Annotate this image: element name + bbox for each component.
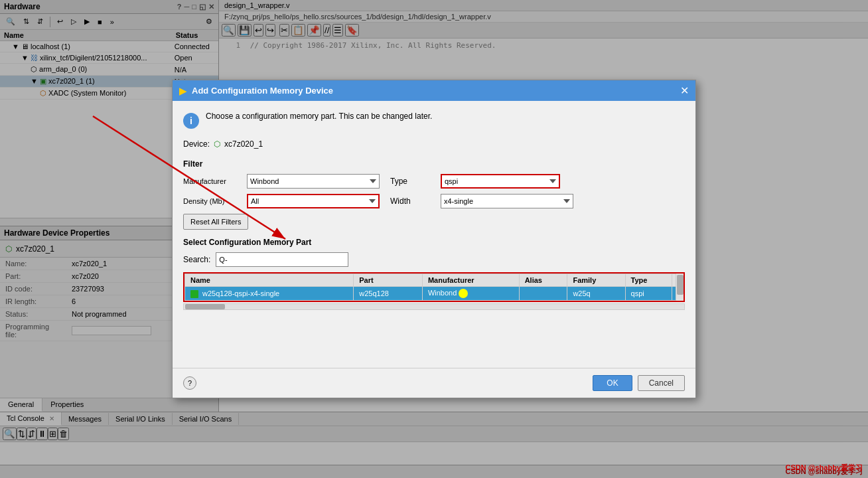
vscrollbar[interactable]: [676, 274, 684, 301]
filter-row2: Density (Mb) All Width x4-single: [183, 194, 685, 208]
search-input[interactable]: [216, 252, 348, 267]
modal-title-text: Add Configuration Memory Device: [192, 86, 333, 96]
col-type-header: Type: [625, 274, 672, 287]
result-type: qspi: [625, 287, 672, 301]
results-header-row: Name Part Manufacturer Alias Family Type: [185, 274, 684, 287]
ok-button[interactable]: OK: [593, 375, 632, 391]
modal-device: Device: ⬡ xc7z020_1: [183, 139, 685, 149]
filter-title: Filter: [183, 159, 685, 169]
modal-close-button[interactable]: ✕: [680, 84, 689, 97]
vscroll-thumb[interactable]: [677, 275, 684, 295]
col-family-header: Family: [567, 274, 625, 287]
device-icon: ⬡: [214, 139, 220, 149]
modal-overlay: ▶ Add Configuration Memory Device ✕ i Ch…: [0, 0, 868, 478]
col-part-header: Part: [354, 274, 423, 287]
col-mfr-header: Manufacturer: [422, 274, 519, 287]
col-alias-header: Alias: [519, 274, 567, 287]
reset-row: Reset All Filters: [183, 214, 685, 230]
cursor-indicator: [459, 289, 468, 298]
hscroll-thumb[interactable]: [185, 304, 225, 309]
result-family: w25q: [567, 287, 625, 301]
cancel-button[interactable]: Cancel: [638, 375, 685, 391]
info-icon: i: [183, 113, 199, 129]
filter-row1: Manufacturer Winbond Type qspi: [183, 174, 685, 189]
select-section: Select Configuration Memory Part Search:…: [183, 238, 685, 310]
modal-vivado-icon: ▶: [179, 86, 186, 96]
select-title: Select Configuration Memory Part: [183, 238, 685, 247]
manufacturer-label: Manufacturer: [183, 177, 236, 185]
search-row: Search:: [183, 252, 685, 267]
modal-info-text: Choose a configuration memory part. This…: [206, 112, 432, 121]
type-select[interactable]: qspi: [441, 174, 560, 189]
result-mfr: Winbond: [422, 287, 519, 301]
modal-footer: ? OK Cancel: [173, 368, 695, 398]
modal-footer-right: OK Cancel: [593, 375, 685, 391]
modal-info: i Choose a configuration memory part. Th…: [183, 112, 685, 129]
search-label: Search:: [183, 255, 210, 264]
modal-titlebar: ▶ Add Configuration Memory Device ✕: [173, 80, 695, 101]
density-select[interactable]: All: [247, 194, 380, 208]
result-alias: [519, 287, 567, 301]
type-label: Type: [390, 177, 430, 186]
density-label: Density (Mb): [183, 197, 236, 205]
hscrollbar[interactable]: [183, 303, 685, 310]
results-wrapper: Name Part Manufacturer Alias Family Type: [183, 272, 685, 302]
filter-section: Filter Manufacturer Winbond Type qspi De…: [183, 159, 685, 230]
col-name-header: Name: [185, 274, 354, 287]
device-value: xc7z020_1: [224, 139, 263, 149]
result-row-icon: [190, 290, 198, 298]
width-label: Width: [390, 197, 430, 206]
width-select[interactable]: x4-single: [441, 194, 573, 208]
manufacturer-select[interactable]: Winbond: [247, 174, 380, 189]
modal-title-left: ▶ Add Configuration Memory Device: [179, 86, 333, 96]
reset-all-filters-button[interactable]: Reset All Filters: [183, 214, 248, 230]
add-config-memory-dialog: ▶ Add Configuration Memory Device ✕ i Ch…: [172, 80, 696, 398]
result-row-selected[interactable]: w25q128-qspi-x4-single w25q128 Winbond w…: [185, 287, 684, 301]
results-table: Name Part Manufacturer Alias Family Type: [184, 274, 684, 301]
help-button[interactable]: ?: [183, 376, 196, 390]
modal-body: i Choose a configuration memory part. Th…: [173, 101, 695, 368]
csdn-watermark: CSDN @shabby爱学习: [786, 463, 863, 473]
device-label-text: Device:: [183, 139, 210, 149]
result-name: w25q128-qspi-x4-single: [185, 287, 354, 301]
result-part: w25q128: [354, 287, 423, 301]
